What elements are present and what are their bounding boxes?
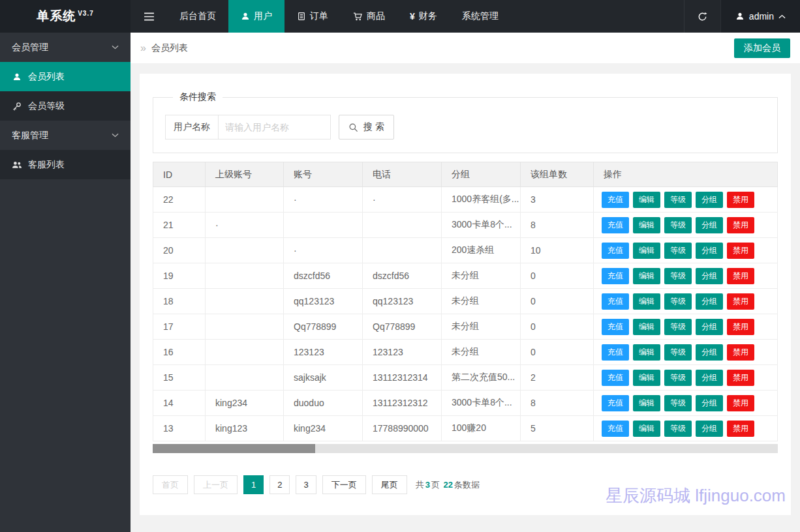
prev-page-button[interactable]: 上一页 bbox=[194, 475, 238, 494]
cell-actions: 充值编辑等级分组禁用 bbox=[594, 314, 778, 340]
user-icon bbox=[735, 12, 745, 21]
page-2-button[interactable]: 2 bbox=[269, 475, 290, 494]
last-page-button[interactable]: 尾页 bbox=[372, 475, 407, 494]
action-disable-button[interactable]: 禁用 bbox=[727, 268, 754, 284]
action-recharge-button[interactable]: 充值 bbox=[602, 421, 629, 437]
topnav-item-system[interactable]: 系统管理 bbox=[450, 0, 511, 33]
topnav-item-goods[interactable]: 商品 bbox=[341, 0, 397, 33]
action-recharge-button[interactable]: 充值 bbox=[602, 217, 629, 233]
cell-phone: 13112312312 bbox=[363, 391, 442, 416]
action-edit-button[interactable]: 编辑 bbox=[633, 192, 660, 208]
action-level-button[interactable]: 等级 bbox=[664, 268, 692, 284]
action-level-button[interactable]: 等级 bbox=[664, 293, 692, 310]
people-icon bbox=[12, 160, 22, 170]
cell-phone: · bbox=[363, 187, 442, 213]
username-label: 用户名称 bbox=[165, 115, 219, 140]
action-disable-button[interactable]: 禁用 bbox=[727, 217, 754, 233]
action-group-button[interactable]: 分组 bbox=[696, 217, 723, 233]
action-edit-button[interactable]: 编辑 bbox=[633, 319, 660, 335]
action-level-button[interactable]: 等级 bbox=[664, 370, 692, 386]
action-group-button[interactable]: 分组 bbox=[696, 293, 723, 310]
collapse-menu-button[interactable] bbox=[131, 0, 167, 33]
refresh-button[interactable] bbox=[684, 0, 720, 33]
action-disable-button[interactable]: 禁用 bbox=[727, 421, 754, 437]
cell-parent bbox=[206, 340, 284, 365]
page-1-button[interactable]: 1 bbox=[243, 475, 264, 494]
cell-account: · bbox=[284, 238, 363, 263]
topnav-item-finance[interactable]: ¥财务 bbox=[397, 0, 450, 33]
action-recharge-button[interactable]: 充值 bbox=[602, 370, 629, 386]
action-group-button[interactable]: 分组 bbox=[696, 243, 723, 259]
action-level-button[interactable]: 等级 bbox=[664, 319, 692, 335]
sidebar-item-member-list[interactable]: 会员列表 bbox=[0, 62, 131, 91]
cell-group: 未分组 bbox=[442, 314, 521, 340]
sidebar-item-service-list[interactable]: 客服列表 bbox=[0, 150, 131, 179]
action-group-button[interactable]: 分组 bbox=[696, 192, 723, 208]
action-edit-button[interactable]: 编辑 bbox=[633, 370, 660, 386]
user-menu[interactable]: admin bbox=[720, 0, 800, 33]
action-recharge-button[interactable]: 充值 bbox=[602, 319, 629, 335]
topnav-item-users[interactable]: 用户 bbox=[228, 0, 285, 33]
horizontal-scrollbar[interactable] bbox=[153, 444, 778, 453]
action-recharge-button[interactable]: 充值 bbox=[602, 268, 629, 284]
add-member-button[interactable]: 添加会员 bbox=[734, 38, 790, 58]
action-edit-button[interactable]: 编辑 bbox=[633, 217, 660, 233]
action-edit-button[interactable]: 编辑 bbox=[633, 268, 660, 284]
action-disable-button[interactable]: 禁用 bbox=[727, 243, 754, 259]
action-recharge-button[interactable]: 充值 bbox=[602, 293, 629, 310]
action-recharge-button[interactable]: 充值 bbox=[602, 344, 629, 361]
breadcrumb-current: 会员列表 bbox=[151, 42, 188, 54]
scrollbar-thumb[interactable] bbox=[153, 444, 315, 453]
sidebar-group-service-management[interactable]: 客服管理 bbox=[0, 121, 131, 150]
action-recharge-button[interactable]: 充值 bbox=[602, 395, 629, 411]
action-recharge-button[interactable]: 充值 bbox=[602, 192, 629, 208]
action-level-button[interactable]: 等级 bbox=[664, 421, 692, 437]
action-disable-button[interactable]: 禁用 bbox=[727, 293, 754, 310]
action-disable-button[interactable]: 禁用 bbox=[727, 192, 754, 208]
table-row: 18qq123123qq123123未分组0充值编辑等级分组禁用 bbox=[153, 289, 778, 314]
action-edit-button[interactable]: 编辑 bbox=[633, 243, 660, 259]
action-disable-button[interactable]: 禁用 bbox=[727, 319, 754, 335]
chevron-up-icon bbox=[778, 14, 786, 19]
page-3-button[interactable]: 3 bbox=[296, 475, 316, 494]
topnav-item-home[interactable]: 后台首页 bbox=[167, 0, 228, 33]
action-group-button[interactable]: 分组 bbox=[696, 319, 723, 335]
refresh-icon bbox=[698, 12, 707, 22]
action-level-button[interactable]: 等级 bbox=[664, 344, 692, 361]
sidebar-group-member-management[interactable]: 会员管理 bbox=[0, 33, 131, 62]
column-header: 操作 bbox=[594, 162, 778, 187]
search-icon bbox=[348, 123, 358, 132]
cell-id: 17 bbox=[153, 314, 206, 340]
action-group-button[interactable]: 分组 bbox=[696, 268, 723, 284]
action-disable-button[interactable]: 禁用 bbox=[727, 395, 754, 411]
search-button[interactable]: 搜 索 bbox=[339, 115, 394, 140]
action-edit-button[interactable]: 编辑 bbox=[633, 293, 660, 310]
member-table: ID上级账号账号电话分组该组单数操作 22··1000养客组(多...3充值编辑… bbox=[153, 162, 778, 441]
action-edit-button[interactable]: 编辑 bbox=[633, 421, 660, 437]
action-level-button[interactable]: 等级 bbox=[664, 395, 692, 411]
app-version: V3.7 bbox=[78, 10, 94, 17]
action-level-button[interactable]: 等级 bbox=[664, 192, 692, 208]
sidebar-item-member-level[interactable]: 会员等级 bbox=[0, 91, 131, 121]
action-disable-button[interactable]: 禁用 bbox=[727, 370, 754, 386]
first-page-button[interactable]: 首页 bbox=[153, 475, 188, 494]
watermark: 星辰源码城 lfjinguo.com bbox=[606, 484, 786, 507]
action-level-button[interactable]: 等级 bbox=[664, 217, 692, 233]
topnav-item-orders[interactable]: 订单 bbox=[285, 0, 341, 33]
cell-parent: king123 bbox=[206, 416, 284, 441]
action-group-button[interactable]: 分组 bbox=[696, 370, 723, 386]
action-disable-button[interactable]: 禁用 bbox=[727, 344, 754, 361]
username-input[interactable] bbox=[219, 115, 331, 140]
action-level-button[interactable]: 等级 bbox=[664, 243, 692, 259]
action-group-button[interactable]: 分组 bbox=[696, 395, 723, 411]
table-row: 16123123123123未分组0充值编辑等级分组禁用 bbox=[153, 340, 778, 365]
table-row: 15sajksajk13112312314第二次充值50...2充值编辑等级分组… bbox=[153, 365, 778, 391]
action-group-button[interactable]: 分组 bbox=[696, 344, 723, 361]
next-page-button[interactable]: 下一页 bbox=[322, 475, 366, 494]
cell-actions: 充值编辑等级分组禁用 bbox=[594, 416, 778, 441]
action-edit-button[interactable]: 编辑 bbox=[633, 344, 660, 361]
action-recharge-button[interactable]: 充值 bbox=[602, 243, 629, 259]
action-edit-button[interactable]: 编辑 bbox=[633, 395, 660, 411]
search-legend: 条件搜索 bbox=[173, 91, 223, 103]
action-group-button[interactable]: 分组 bbox=[696, 421, 723, 437]
